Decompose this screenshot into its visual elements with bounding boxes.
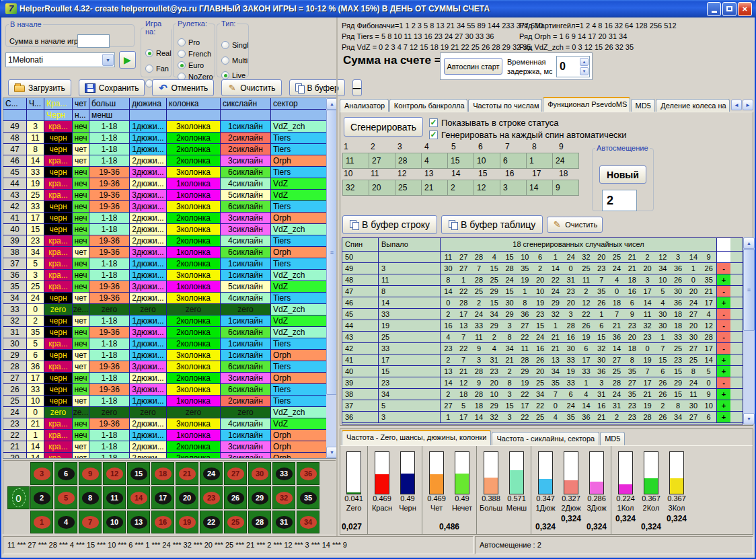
collapse-button[interactable]: — (352, 79, 362, 96)
table-cell: 2колонка (167, 373, 221, 384)
number: 22 (547, 274, 563, 285)
radio-icon (145, 49, 153, 57)
roulette-cell-33[interactable]: 33 (272, 462, 295, 485)
roulette-cell-34[interactable]: 34 (297, 511, 319, 533)
freq-tab-2[interactable]: MD5 (600, 432, 625, 445)
roulette-cell-9[interactable]: 9 (79, 462, 102, 485)
maximize-button[interactable] (722, 2, 736, 16)
chevron-left-icon[interactable]: ◄ (731, 100, 742, 110)
tab-3[interactable]: Функционал PsevdoMS (543, 97, 630, 112)
radio-option-euro[interactable]: Euro (178, 61, 204, 69)
roulette-cell-30[interactable]: 30 (248, 462, 271, 485)
radio-option-real[interactable]: Real (145, 49, 172, 57)
roulette-cell-31[interactable]: 31 (272, 511, 295, 533)
roulette-cell-14[interactable]: 14 (127, 486, 150, 509)
roulette-cell-17[interactable]: 17 (151, 486, 174, 509)
roulette-cell-29[interactable]: 29 (248, 486, 271, 509)
tab-4[interactable]: MD5 (631, 99, 656, 112)
radio-option-singl[interactable]: Singl (221, 41, 248, 49)
roulette-cell-2[interactable]: 2 (30, 486, 53, 509)
roulette-cell-19[interactable]: 19 (176, 511, 198, 533)
radio-icon (221, 71, 229, 79)
save-button[interactable]: Сохранить (79, 79, 145, 96)
profile-combo[interactable]: 1Melonati ▼ (5, 52, 115, 67)
history-scroll-thumb[interactable]: ≡ (326, 110, 337, 395)
roulette-cell-6[interactable]: 6 (54, 462, 77, 485)
scroll-down-icon[interactable]: ▼ (326, 447, 337, 458)
radio-option-fan[interactable]: Fan (145, 65, 169, 73)
delay-label-line2: задержка, мс (507, 67, 554, 76)
roulette-cell-13[interactable]: 13 (127, 511, 150, 533)
number: 22 (533, 400, 548, 411)
roulette-cell-18[interactable]: 18 (151, 462, 174, 485)
generate-button[interactable]: Сгенерировать (344, 117, 423, 137)
roulette-cell-21[interactable]: 21 (176, 462, 198, 485)
number: 2 (609, 412, 625, 422)
roulette-cell-24[interactable]: 24 (200, 462, 223, 485)
chevron-down-icon[interactable]: ▼ (102, 54, 114, 66)
delay-input[interactable] (557, 57, 579, 77)
roulette-cell-16[interactable]: 16 (151, 511, 174, 533)
roulette-cell-27[interactable]: 27 (224, 462, 247, 485)
checkbox-generate-each-spin[interactable]: ✓ Генерировать на каждый спин автоматиче… (429, 130, 627, 140)
table-row: 2014кра...чет1-182дюжи...2колонка3сиклай… (3, 453, 326, 459)
clear-generated-button[interactable]: ✎ Очистить (547, 217, 603, 233)
roulette-cell-10[interactable]: 10 (103, 511, 126, 533)
scroll-down-icon[interactable]: ▼ (743, 413, 755, 424)
number: 12 (578, 297, 594, 308)
spins-scrollbar[interactable]: ▲ ≡ ▼ (743, 237, 755, 424)
start-sum-input[interactable] (77, 34, 110, 48)
copy-row-button[interactable]: В буфер строку (342, 215, 437, 234)
roulette-cell-22[interactable]: 22 (200, 511, 223, 533)
number: 36 (517, 309, 533, 320)
scroll-up-icon[interactable]: ▲ (743, 237, 755, 249)
close-button[interactable]: ✕ (738, 2, 752, 16)
chevron-right-icon[interactable]: ► (743, 100, 753, 110)
tab-0[interactable]: Анализатор (340, 99, 389, 112)
roulette-cell-8[interactable]: 8 (79, 486, 102, 509)
number: 3 (471, 355, 487, 365)
freq-tab-1[interactable]: Частота - сиклайны, сектора (492, 432, 599, 445)
roulette-cell-28[interactable]: 28 (248, 511, 271, 533)
roulette-cell-26[interactable]: 26 (224, 486, 247, 509)
roulette-cell-25[interactable]: 25 (224, 511, 247, 533)
undo-button[interactable]: ↶Отменить (152, 79, 214, 96)
clear-button[interactable]: ✎Очистить (221, 79, 281, 96)
number: 30 (671, 286, 686, 297)
tab-1[interactable]: Контроль банкролла (389, 99, 467, 112)
roulette-cell-5[interactable]: 5 (54, 486, 77, 509)
roulette-cell-1[interactable]: 1 (30, 511, 53, 533)
minimize-button[interactable] (707, 2, 721, 16)
spinner-up-icon[interactable]: ▲ (580, 58, 589, 66)
play-button[interactable]: ▶ (119, 51, 136, 69)
roulette-cell-20[interactable]: 20 (176, 486, 198, 509)
tab-2[interactable]: Частоты по числам (468, 99, 542, 112)
roulette-cell-15[interactable]: 15 (127, 462, 150, 485)
autospin-start-button[interactable]: Автоспин старт (444, 58, 502, 75)
roulette-cell-32[interactable]: 32 (272, 486, 295, 509)
roulette-cell-23[interactable]: 23 (200, 486, 223, 509)
radio-option-multi[interactable]: Multi (221, 57, 248, 65)
autoshift-value-input[interactable] (602, 190, 637, 211)
roulette-cell-3[interactable]: 3 (30, 462, 53, 485)
roulette-cell-7[interactable]: 7 (79, 511, 102, 533)
freq-tab-0[interactable]: Частота - Zero, шансы, дюжины, колонки (342, 430, 491, 445)
roulette-cell-0[interactable]: 0 (7, 486, 30, 509)
spinner-down-icon[interactable]: ▼ (580, 67, 589, 75)
new-button[interactable]: Новый (599, 165, 646, 184)
load-button[interactable]: Загрузить (8, 79, 71, 96)
roulette-cell-36[interactable]: 36 (297, 462, 319, 485)
spins-scroll-thumb[interactable]: ≡ (743, 249, 755, 331)
checkbox-show-in-status[interactable]: ✓ Показывать в строке статуса (429, 118, 559, 128)
radio-option-live[interactable]: Live (221, 71, 245, 79)
copy-table-button[interactable]: В буфер таблицу (441, 215, 543, 234)
radio-option-french[interactable]: French (178, 50, 211, 58)
history-scrollbar[interactable]: ▲ ≡ ▼ (326, 98, 337, 458)
scroll-up-icon[interactable]: ▲ (326, 98, 337, 110)
roulette-cell-12[interactable]: 12 (103, 462, 126, 485)
roulette-cell-11[interactable]: 11 (103, 486, 126, 509)
radio-option-pro[interactable]: Pro (178, 38, 200, 46)
roulette-cell-35[interactable]: 35 (297, 486, 319, 509)
roulette-cell-4[interactable]: 4 (54, 511, 77, 533)
tab-5[interactable]: Деление колеса на (656, 99, 730, 112)
